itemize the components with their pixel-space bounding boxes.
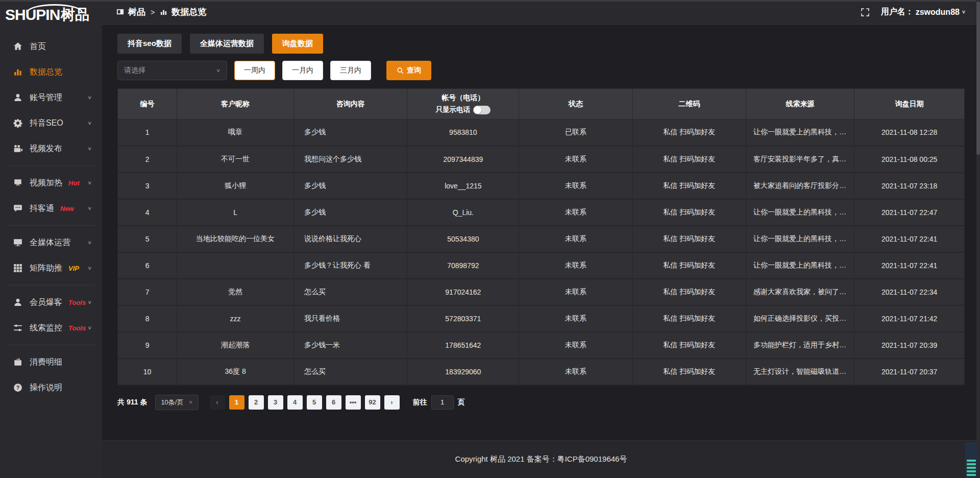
range-button-0[interactable]: 一周内 — [234, 61, 275, 80]
video-camera-icon — [13, 144, 22, 153]
sidebar-item-label: 视频发布 — [30, 144, 62, 154]
cell-qr-links[interactable]: 私信 扫码加好友 — [632, 279, 746, 305]
cell-date: 2021-11-07 20:37 — [854, 358, 965, 385]
scrollbar-thumb[interactable] — [976, 2, 980, 155]
sidebar-item-douketong[interactable]: 抖客通New∨ — [0, 196, 102, 221]
filter-select-placeholder: 请选择 — [124, 66, 145, 75]
cell-account: 9583810 — [407, 119, 519, 146]
table-row: 8zzz我只看价格572803371未联系私信 扫码加好友如何正确选择投影仪，买… — [118, 305, 965, 332]
cell-content: 我想问这个多少钱 — [294, 146, 407, 173]
cell-source-link[interactable]: 让你一眼就爱上的黑科技，能... — [746, 252, 854, 279]
user-menu[interactable]: 用户名： zswodun88 ∨ — [881, 7, 966, 17]
sidebar-item-video-heat[interactable]: 视频加热Hot∨ — [0, 170, 102, 196]
sidebar-divider — [7, 345, 95, 345]
sidebar-item-label: 操作说明 — [30, 383, 62, 393]
chevron-down-icon: ∨ — [962, 9, 966, 14]
cell-qr-links[interactable]: 私信 扫码加好友 — [632, 305, 746, 332]
cell-qr-links[interactable]: 私信 扫码加好友 — [632, 119, 746, 146]
page-button-5[interactable]: 5 — [307, 395, 322, 410]
sidebar-item-label: 全媒体运营 — [30, 237, 70, 248]
cell-no: 3 — [118, 173, 177, 199]
sidebar-item-video-publish[interactable]: 视频发布∨ — [0, 136, 102, 161]
page-button-1[interactable]: 1 — [229, 395, 244, 410]
question-circle-icon: ? — [13, 383, 22, 392]
cell-nickname: 潮起潮落 — [177, 332, 294, 358]
home-icon — [13, 42, 22, 51]
cell-source-link[interactable]: 让你一眼就爱上的黑科技，能... — [746, 226, 854, 252]
sidebar-item-home[interactable]: 首页 — [0, 34, 102, 59]
cell-content: 多少钱一米 — [294, 332, 407, 358]
prev-page-button[interactable]: ‹ — [210, 395, 225, 410]
page-size-select[interactable]: 10条/页 ∨ — [155, 395, 198, 410]
page-button-3[interactable]: 3 — [268, 395, 283, 410]
jump-page-input[interactable] — [431, 395, 454, 410]
range-button-2[interactable]: 三月内 — [330, 61, 371, 80]
range-button-1[interactable]: 一月内 — [282, 61, 323, 80]
sidebar-item-member-burst[interactable]: 会员爆客Tools∨ — [0, 290, 102, 315]
cell-source-link[interactable]: 如何正确选择投影仪，买投影... — [746, 305, 854, 332]
inquiry-table: 编号客户昵称咨询内容帐号（电话）只显示电话状态二维码线索来源询盘日期 1哦章多少… — [117, 88, 965, 386]
cell-source-link[interactable]: 让你一眼就爱上的黑科技，能... — [746, 119, 854, 146]
cell-source-link[interactable]: 多功能护栏灯，适用于乡村文... — [746, 332, 854, 358]
tab-2[interactable]: 询盘数据 — [272, 34, 323, 54]
cell-source-link[interactable]: 被大家追着问的客厅投影分享... — [746, 173, 854, 199]
cell-qr-links[interactable]: 私信 扫码加好友 — [632, 358, 746, 385]
jump-label-after: 页 — [458, 398, 465, 407]
sidebar-item-consume-detail[interactable]: 消费明细 — [0, 349, 102, 375]
table-row: 7觉然怎么买917024162未联系私信 扫码加好友感谢大家喜欢我家，被问了好.… — [118, 279, 965, 305]
page-button-4[interactable]: 4 — [287, 395, 303, 410]
sidebar-item-label: 抖客通 — [30, 203, 54, 214]
cell-qr-links[interactable]: 私信 扫码加好友 — [632, 332, 746, 358]
tab-1[interactable]: 全媒体运营数据 — [190, 34, 264, 54]
table-row: 5当地比较能吃的一位美女说说价格让我死心50534380未联系私信 扫码加好友让… — [118, 226, 965, 252]
page-button-2[interactable]: 2 — [249, 395, 264, 410]
cell-source-link[interactable]: 让你一眼就爱上的黑科技，能... — [746, 199, 854, 226]
cell-qr-links[interactable]: 私信 扫码加好友 — [632, 252, 746, 279]
brand-logo: SHUPIN 树品 — [0, 0, 102, 30]
page-ellipsis-button[interactable]: ••• — [346, 395, 361, 410]
cell-source-link[interactable]: 无主灯设计，智能磁吸轨道灯... — [746, 358, 854, 385]
topbar-right: 用户名： zswodun88 ∨ — [861, 7, 966, 17]
cell-no: 9 — [118, 332, 177, 358]
cell-qr-links[interactable]: 私信 扫码加好友 — [632, 173, 746, 199]
column-header-2: 咨询内容 — [294, 89, 407, 119]
cell-no: 2 — [118, 146, 177, 173]
sidebar-item-leads-monitor[interactable]: 线索监控Tools∨ — [0, 315, 102, 341]
cell-content: 怎么买 — [294, 358, 407, 385]
page-button-6[interactable]: 6 — [326, 395, 341, 410]
sidebar-item-label: 会员爆客 — [30, 297, 62, 308]
cell-source-link[interactable]: 客厅安装投影半年多了，真实... — [746, 146, 854, 173]
cell-status: 未联系 — [519, 252, 632, 279]
cell-qr-links[interactable]: 私信 扫码加好友 — [632, 226, 746, 252]
cell-source-link[interactable]: 感谢大家喜欢我家，被问了好... — [746, 279, 854, 305]
filter-select[interactable]: 请选择 ∨ — [117, 61, 227, 80]
search-icon — [397, 67, 404, 74]
next-page-button[interactable]: › — [384, 395, 400, 410]
page-button-92[interactable]: 92 — [365, 395, 380, 410]
breadcrumb-root[interactable]: 树品 — [128, 6, 145, 18]
filter-row: 请选择 ∨ 一周内一月内三月内 查询 — [117, 61, 965, 80]
cell-qr-links[interactable]: 私信 扫码加好友 — [632, 146, 746, 173]
sidebar-item-badge: Tools — [68, 299, 86, 306]
cell-qr-links[interactable]: 私信 扫码加好友 — [632, 199, 746, 226]
breadcrumb-separator: > — [151, 8, 155, 16]
cell-content: 说说价格让我死心 — [294, 226, 407, 252]
chevron-down-icon: ∨ — [87, 146, 92, 151]
sidebar-item-account-mgmt[interactable]: 账号管理∨ — [0, 85, 102, 110]
page-scrollbar[interactable] — [976, 0, 980, 478]
corner-widget[interactable] — [965, 442, 977, 478]
corner-widget-stripes — [965, 458, 977, 476]
cell-no: 1 — [118, 119, 177, 146]
phone-only-toggle[interactable] — [473, 106, 491, 114]
sidebar-item-data-overview[interactable]: 数据总览 — [0, 59, 102, 85]
column-header-6: 线索来源 — [746, 89, 854, 119]
sidebar-item-help[interactable]: ?操作说明 — [0, 375, 102, 400]
cell-nickname: 当地比较能吃的一位美女 — [177, 226, 294, 252]
column-header-7: 询盘日期 — [854, 89, 965, 119]
sidebar-item-matrix-boost[interactable]: 矩阵助推VIP∨ — [0, 255, 102, 281]
search-button[interactable]: 查询 — [386, 61, 431, 80]
sidebar-item-douyin-seo[interactable]: 抖音SEO∨ — [0, 110, 102, 136]
fullscreen-icon[interactable] — [861, 8, 870, 17]
sidebar-item-media-ops[interactable]: 全媒体运营∨ — [0, 230, 102, 255]
tab-0[interactable]: 抖音seo数据 — [117, 34, 182, 54]
